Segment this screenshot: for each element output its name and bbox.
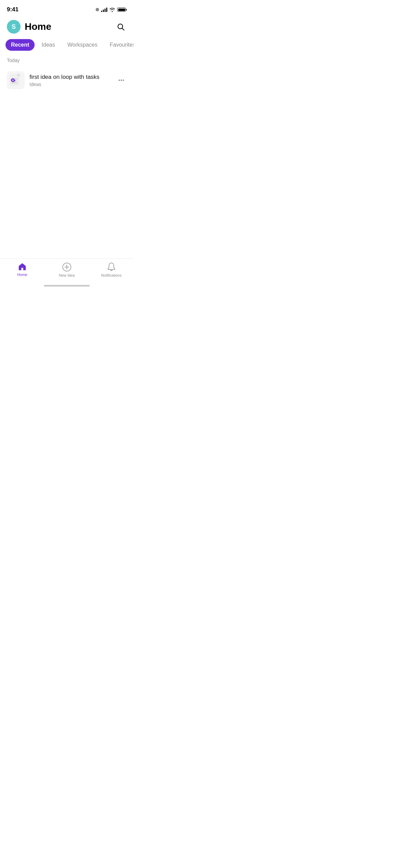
tabs: Recent Ideas Workspaces Favourites [0,39,134,51]
home-icon [18,262,27,271]
signal-dot [96,8,99,11]
status-right [96,7,127,12]
page-title: Home [25,21,51,32]
header-left: S Home [7,20,51,34]
svg-point-9 [121,80,122,81]
tab-favourites[interactable]: Favourites [104,39,134,51]
list-item[interactable]: first idea on loop with tasks Ideas [0,67,134,93]
svg-point-10 [123,80,124,81]
wifi-icon [109,8,115,12]
item-text: first idea on loop with tasks Ideas [29,74,111,87]
bottom-tab-home-label: Home [17,273,27,277]
new-idea-icon [62,262,72,272]
bottom-tab-new-idea-label: New Idea [59,273,75,277]
tab-recent[interactable]: Recent [5,39,35,51]
status-time: 9:41 [7,6,19,13]
bottom-tab-new-idea[interactable]: New Idea [57,262,77,277]
bottom-tab-notifications-label: Notifications [101,273,122,277]
search-button[interactable] [114,21,127,33]
item-subtitle: Ideas [29,82,111,87]
bottom-tab-home[interactable]: Home [12,262,33,277]
tab-workspaces[interactable]: Workspaces [62,39,103,51]
more-dots-icon [118,77,125,84]
section-today-label: Today [0,58,134,63]
tab-ideas[interactable]: Ideas [36,39,60,51]
header: S Home [0,17,134,39]
item-icon [7,71,25,89]
bottom-tab-notifications[interactable]: Notifications [101,262,122,277]
item-title: first idea on loop with tasks [29,74,111,81]
search-icon [117,23,125,31]
status-bar: 9:41 [0,0,134,17]
home-indicator [44,285,90,287]
svg-point-8 [119,80,120,81]
battery-icon [117,8,127,12]
signal-bars-icon [101,7,107,12]
document-loop-icon [8,73,23,88]
svg-line-1 [122,28,124,31]
notifications-icon [107,262,116,272]
avatar[interactable]: S [7,20,21,34]
svg-rect-3 [17,74,20,76]
item-more-button[interactable] [116,75,127,86]
